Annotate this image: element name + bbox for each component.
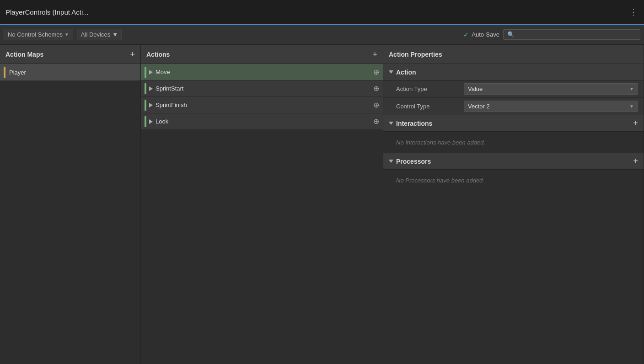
action-move-label: Move bbox=[156, 69, 370, 75]
actions-title: Actions bbox=[146, 51, 170, 58]
search-input[interactable] bbox=[517, 31, 636, 38]
look-add-button[interactable]: ⊕ bbox=[373, 117, 379, 126]
no-control-schemes-label: No Control Schemes bbox=[8, 31, 63, 38]
processors-empty-state: No Processors have been added. bbox=[383, 170, 644, 191]
actions-list: Move ⊕ SprintStart ⊕ SprintFinish ⊕ bbox=[141, 64, 383, 130]
processors-section-title: Processors bbox=[396, 158, 630, 165]
sprintstart-add-button[interactable]: ⊕ bbox=[373, 84, 379, 93]
properties-content: Action Action Type Value ▼ Control Type … bbox=[383, 64, 644, 191]
autosave-checkmark: ✓ bbox=[463, 31, 469, 38]
action-section-title: Action bbox=[396, 69, 638, 76]
control-schemes-dropdown-arrow: ▼ bbox=[64, 32, 69, 37]
interactions-section-header: Interactions + bbox=[383, 115, 644, 132]
all-devices-label: All Devices bbox=[81, 31, 110, 38]
sprintfinish-add-button[interactable]: ⊕ bbox=[373, 101, 379, 109]
action-map-item-player[interactable]: Player bbox=[0, 64, 140, 80]
toolbar: No Control Schemes ▼ All Devices ▼ ✓ Aut… bbox=[0, 25, 644, 45]
properties-panel: Action Properties Action Action Type Val… bbox=[383, 45, 644, 364]
action-type-row: Action Type Value ▼ bbox=[383, 80, 644, 98]
sprintstart-expand-triangle bbox=[149, 86, 153, 91]
control-type-value: Vector 2 bbox=[468, 103, 490, 110]
action-sprintstart-label: SprintStart bbox=[156, 85, 370, 92]
action-section-collapse-icon[interactable] bbox=[389, 70, 393, 74]
properties-title: Action Properties bbox=[389, 51, 442, 58]
action-section-header: Action bbox=[383, 64, 644, 80]
move-expand-triangle bbox=[149, 70, 153, 75]
main-layout: Action Maps + Player Actions + Move ⊕ bbox=[0, 45, 644, 364]
actions-header: Actions + bbox=[141, 45, 383, 64]
control-type-select[interactable]: Vector 2 ▼ bbox=[464, 101, 638, 112]
action-sprintfinish-label: SprintFinish bbox=[156, 102, 370, 108]
action-item-sprintfinish[interactable]: SprintFinish ⊕ bbox=[141, 97, 383, 113]
action-look-label: Look bbox=[156, 118, 370, 125]
actions-add-button[interactable]: + bbox=[372, 50, 377, 59]
sprintfinish-color-bar bbox=[145, 100, 146, 111]
autosave-label: Auto-Save bbox=[472, 31, 499, 38]
search-box[interactable]: 🔍 bbox=[503, 29, 640, 40]
action-maps-panel: Action Maps + Player bbox=[0, 45, 141, 364]
interactions-section-collapse-icon[interactable] bbox=[389, 122, 393, 125]
sprintfinish-expand-triangle bbox=[149, 103, 153, 107]
action-maps-title: Action Maps bbox=[5, 51, 43, 58]
action-maps-add-button[interactable]: + bbox=[130, 50, 135, 59]
action-type-label: Action Type bbox=[396, 86, 460, 92]
autosave-control[interactable]: ✓ Auto-Save bbox=[463, 31, 499, 38]
action-map-player-label: Player bbox=[9, 69, 26, 76]
action-type-dropdown-arrow: ▼ bbox=[629, 86, 634, 91]
devices-dropdown-arrow: ▼ bbox=[112, 31, 118, 38]
action-type-value: Value bbox=[468, 86, 483, 92]
properties-header: Action Properties bbox=[383, 45, 644, 64]
title-bar: PlayerControls (Input Acti... ⋮ bbox=[0, 0, 644, 25]
action-item-look[interactable]: Look ⊕ bbox=[141, 113, 383, 130]
action-item-sprintstart[interactable]: SprintStart ⊕ bbox=[141, 80, 383, 97]
move-color-bar bbox=[145, 67, 146, 78]
control-type-dropdown-arrow: ▼ bbox=[629, 104, 634, 109]
window-title: PlayerControls (Input Acti... bbox=[5, 8, 89, 16]
look-expand-triangle bbox=[149, 119, 153, 124]
move-add-button[interactable]: ⊕ bbox=[373, 68, 379, 76]
action-maps-list: Player bbox=[0, 64, 140, 80]
no-control-schemes-dropdown[interactable]: No Control Schemes ▼ bbox=[4, 29, 73, 40]
processors-section-header: Processors + bbox=[383, 153, 644, 170]
action-maps-header: Action Maps + bbox=[0, 45, 140, 64]
menu-icon[interactable]: ⋮ bbox=[629, 7, 638, 17]
action-type-select[interactable]: Value ▼ bbox=[464, 83, 638, 95]
interactions-section-title: Interactions bbox=[396, 120, 630, 127]
interactions-empty-state: No Interactions have been added. bbox=[383, 132, 644, 153]
look-color-bar bbox=[145, 116, 146, 127]
control-type-label: Control Type bbox=[396, 103, 460, 110]
processors-section-collapse-icon[interactable] bbox=[389, 160, 393, 163]
action-item-move[interactable]: Move ⊕ bbox=[141, 64, 383, 80]
control-type-row: Control Type Vector 2 ▼ bbox=[383, 98, 644, 115]
all-devices-dropdown[interactable]: All Devices ▼ bbox=[77, 29, 122, 40]
actions-panel: Actions + Move ⊕ SprintStart ⊕ Spr bbox=[141, 45, 383, 364]
interactions-add-button[interactable]: + bbox=[633, 118, 638, 128]
processors-add-button[interactable]: + bbox=[633, 156, 638, 166]
search-icon: 🔍 bbox=[507, 31, 515, 38]
player-color-bar bbox=[4, 67, 5, 78]
sprintstart-color-bar bbox=[145, 83, 146, 94]
